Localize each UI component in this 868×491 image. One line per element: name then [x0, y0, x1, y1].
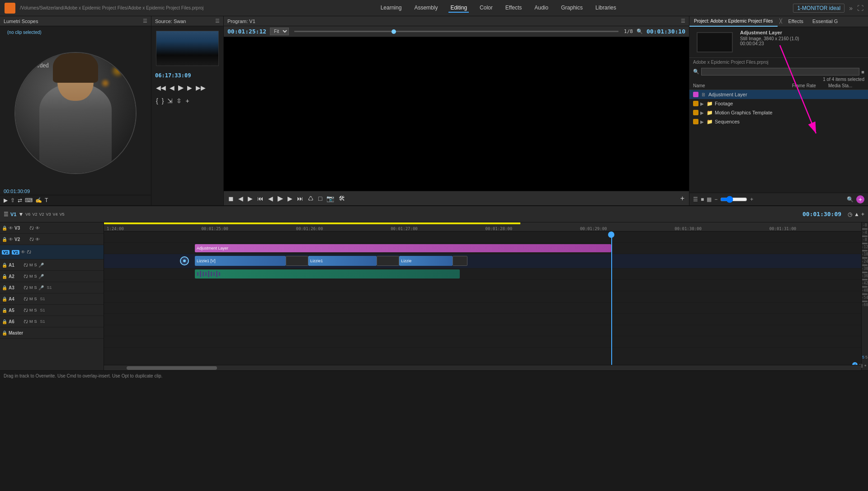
tool-razor[interactable]: ⌨ [25, 197, 33, 203]
file-item-adjustment[interactable]: 🗎 Adjustment Layer [689, 90, 868, 99]
video-clip-1[interactable]: Lizzie1 [V] [195, 256, 286, 266]
track-row-a3[interactable] [104, 291, 861, 302]
tool-arrow[interactable]: ⇧ [10, 197, 15, 203]
prog-go-start[interactable]: ⏮ [256, 194, 264, 203]
rp-list-view[interactable]: ☰ [693, 196, 698, 203]
nav-color[interactable]: Color [478, 4, 495, 13]
tl-add-markers[interactable]: + [861, 211, 864, 217]
video-clip-marker2[interactable] [377, 256, 399, 266]
tab-effects[interactable]: Effects [784, 16, 808, 27]
expand-arrow-sequences[interactable]: ▶ [700, 119, 704, 124]
right-scrollbar[interactable]: -0 -4 -8 -12 -18 -24 -30 -36 -42 -48 [861, 222, 868, 370]
v3-solo[interactable]: 👁 [35, 226, 40, 231]
file-item-footage[interactable]: ▶ 📁 Footage [689, 99, 868, 108]
tool-select[interactable]: ▶ [4, 197, 8, 203]
source-play[interactable]: ▶ [177, 82, 184, 93]
v1-toggle[interactable]: 🗘 [27, 250, 31, 255]
tab-project[interactable]: Project: Adobe x Epidemic Project Files [689, 16, 778, 27]
source-overwrite[interactable]: ⇳ [175, 96, 183, 105]
source-mark-in[interactable]: { [155, 96, 159, 105]
prog-export-frame[interactable]: 📷 [326, 194, 335, 203]
lumetri-menu-icon[interactable]: ☰ [143, 18, 147, 24]
video-clip-marker3[interactable] [453, 256, 468, 266]
tl-circle-btn[interactable]: ⚬ [863, 362, 867, 368]
prog-go-end[interactable]: ⏭ [296, 194, 304, 203]
a2-toggle[interactable]: 🗘 [24, 274, 28, 279]
track-row-a6[interactable] [104, 325, 861, 336]
prog-fwd-frame[interactable]: ▶ [287, 194, 293, 203]
prog-play[interactable]: ▶ [277, 193, 284, 203]
source-back-frame[interactable]: ◀ [169, 83, 175, 92]
source-menu-icon[interactable]: ☰ [215, 18, 220, 24]
track-row-master[interactable] [104, 336, 861, 348]
track-row-v3[interactable] [104, 231, 861, 243]
source-rewind[interactable]: ◀◀ [155, 83, 167, 92]
prog-back-frame[interactable]: ◀ [267, 194, 274, 203]
prog-add-clip[interactable]: + [679, 194, 685, 203]
timeline-ruler[interactable]: 1:24:00 00:01:25:00 00:01:26:00 00:01:27… [104, 222, 861, 231]
program-scrubber[interactable] [294, 31, 618, 32]
a1-toggle[interactable]: 🗘 [24, 263, 28, 268]
tool-ripple[interactable]: ⇄ [18, 197, 22, 203]
nav-editing[interactable]: Editing [448, 4, 469, 13]
program-fit-select[interactable]: Fit [270, 28, 289, 35]
rp-new-item-btn[interactable]: + [856, 195, 864, 203]
source-add[interactable]: + [184, 96, 190, 105]
video-clip-3[interactable]: Lizzie [399, 256, 452, 266]
nav-libraries[interactable]: Libraries [594, 4, 618, 13]
tab-essential-g[interactable]: Essential G [808, 16, 842, 27]
tab-close-icon[interactable]: ╳ [778, 16, 784, 27]
nav-audio[interactable]: Audio [533, 4, 550, 13]
v3-toggle[interactable]: 🗘 [29, 226, 34, 231]
audio-clip-a1[interactable] [195, 269, 460, 279]
tl-filter-btn[interactable]: ◷ [848, 211, 852, 217]
nav-learning[interactable]: Learning [379, 4, 404, 13]
tool-hand[interactable]: ✍ [35, 197, 42, 203]
list-view-icon[interactable]: ■ [861, 69, 864, 75]
v2-solo[interactable]: 👁 [35, 237, 40, 242]
rp-search[interactable]: 🔍 [847, 196, 854, 203]
source-fwd-frame[interactable]: ▶ [186, 83, 193, 92]
rp-zoom-in[interactable]: + [750, 196, 753, 203]
prog-loop[interactable]: ♺ [307, 194, 315, 203]
a5-toggle[interactable]: 🗘 [24, 308, 28, 313]
tl-menu-btn[interactable]: ☰ [4, 211, 9, 217]
track-row-a4[interactable] [104, 302, 861, 314]
adjustment-layer-clip[interactable]: Adjustment Layer [195, 244, 611, 252]
a6-toggle[interactable]: 🗘 [24, 319, 28, 324]
track-row-a1[interactable] [104, 269, 861, 280]
zoom-icon[interactable]: 🔍 [637, 28, 643, 34]
track-row-v1[interactable]: Lizzie1 [V] Lizzie1 Lizzie [104, 254, 861, 269]
project-search-input[interactable] [701, 68, 859, 76]
expand-arrow-footage[interactable]: ▶ [700, 101, 704, 106]
nav-effects[interactable]: Effects [504, 4, 524, 13]
file-item-sequences[interactable]: ▶ 📁 Sequences [689, 117, 868, 126]
prog-safe-margin[interactable]: □ [317, 194, 323, 203]
expand-icon[interactable]: » [849, 5, 853, 12]
rp-zoom-slider[interactable] [720, 196, 747, 203]
video-clip-marker1[interactable] [286, 256, 308, 266]
source-insert[interactable]: ⇲ [166, 96, 174, 105]
nav-graphics[interactable]: Graphics [559, 4, 585, 13]
source-fast-fwd[interactable]: ▶▶ [195, 83, 207, 92]
timeline-scrollbar[interactable] [104, 365, 861, 370]
video-clip-2[interactable]: Lizzie1 [308, 256, 377, 266]
prog-mark-in[interactable]: ◼ [227, 194, 235, 203]
prog-prev-edit[interactable]: ◀ [237, 194, 244, 203]
a3-toggle[interactable]: 🗘 [24, 285, 28, 290]
track-row-a5[interactable] [104, 314, 861, 325]
prog-next-edit[interactable]: ▶ [247, 194, 254, 203]
rp-freeform-view[interactable]: ▦ [707, 196, 712, 203]
maximize-icon[interactable]: ⛶ [857, 5, 863, 12]
program-menu-icon[interactable]: ☰ [681, 18, 685, 24]
file-item-motion-graphics[interactable]: ▶ 📁 Motion Graphics Template [689, 108, 868, 117]
tool-text[interactable]: T [45, 197, 48, 203]
v2-toggle[interactable]: 🗘 [29, 237, 34, 242]
source-mark-out[interactable]: } [161, 96, 165, 105]
expand-arrow-mgt[interactable]: ▶ [700, 110, 704, 115]
workspace-label[interactable]: 1-MONITOR ideal [793, 4, 844, 13]
a4-toggle[interactable]: 🗘 [24, 297, 28, 302]
track-row-a2[interactable] [104, 280, 861, 291]
rp-icon-view[interactable]: ■ [701, 196, 704, 203]
track-row-v2[interactable]: Adjustment Layer [104, 243, 861, 254]
